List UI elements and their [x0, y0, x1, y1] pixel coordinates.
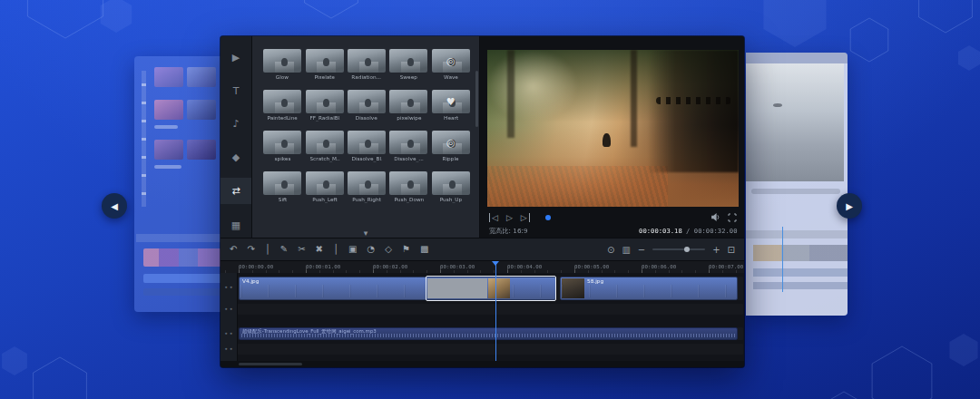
transition-label: Push_Right — [352, 197, 381, 202]
transition[interactable]: Dissolve — [346, 90, 387, 123]
toolbar-button-separator[interactable]: │ — [333, 244, 338, 255]
clip-filename-label: V4.jpg — [242, 278, 259, 284]
transition[interactable]: Radiation... — [346, 49, 387, 83]
transition[interactable]: Sift — [261, 171, 303, 205]
transition-effect-mark — [389, 171, 427, 195]
side-tab-media[interactable]: ▶ — [223, 45, 249, 71]
scroll-down-icon[interactable]: ▾ — [364, 229, 368, 238]
transition-label: Push_Up — [440, 197, 462, 202]
toolbar-button-mosaic[interactable]: ▩ — [420, 244, 428, 255]
zoom-slider-knob[interactable] — [684, 247, 690, 252]
transition-label: Radiation... — [352, 74, 382, 80]
toolbar-button-separator[interactable]: │ — [265, 244, 270, 255]
volume-icon[interactable] — [710, 212, 720, 222]
transition[interactable]: Glow — [261, 49, 303, 83]
zoom-out-button[interactable]: − — [638, 245, 645, 255]
side-tab-text[interactable]: T — [223, 79, 249, 104]
transition-label: Pixelate — [314, 74, 335, 80]
toolbar-button-split[interactable]: ✂ — [298, 244, 305, 255]
timeline-playhead[interactable] — [495, 261, 496, 361]
transition-label: PaintedLines — [268, 115, 298, 121]
next-frame-button[interactable]: ▷ — [521, 213, 530, 222]
transition[interactable]: PaintedLines — [261, 90, 303, 123]
video-scene-tree-trunk — [631, 50, 637, 147]
video-preview[interactable] — [487, 50, 739, 207]
transition[interactable]: Pixelate — [303, 49, 345, 83]
transitions-grid: Glow Pixelate — [252, 36, 479, 205]
left-slide-thumbnail — [187, 100, 216, 120]
transition[interactable]: Push_Up — [430, 171, 472, 205]
toolbar-button-speed[interactable]: ◔ — [367, 244, 375, 255]
left-slide-icon-rail — [138, 65, 150, 212]
timeline-toolbar-right: ⊙ ▥ − + ⊡ — [607, 245, 735, 255]
transition[interactable]: FF_RadialBl... — [303, 90, 345, 123]
transition[interactable]: ♥ Heart — [430, 90, 472, 123]
transition-label: Dissolve_... — [394, 156, 423, 161]
toolbar-button-undo[interactable]: ↶ — [230, 244, 237, 255]
transition[interactable]: spikes — [261, 131, 303, 164]
side-tab-effects[interactable]: ◆ — [223, 145, 249, 170]
transition-label: Ripple — [443, 156, 459, 161]
transition-effect-mark — [263, 171, 301, 195]
render-preview-icon: ▥ — [622, 245, 630, 255]
transition[interactable]: Scratch_M... — [303, 131, 345, 164]
toolbar-button-marker[interactable]: ⚑ — [402, 244, 410, 255]
timeline-horizontal-scrollbar[interactable] — [239, 363, 302, 365]
timeline-ruler[interactable]: 00:00:00.00 00:00:01.00 00:00:02.00 00:0… — [220, 261, 744, 273]
transition[interactable]: ◎ Ripple — [430, 131, 472, 164]
snap-icon: ⊙ — [607, 245, 614, 255]
text-track-header[interactable]: ∙∙ — [220, 306, 238, 313]
carousel-prev-button[interactable]: ◀ — [102, 193, 127, 219]
panel-scrollbar[interactable] — [475, 71, 478, 127]
aspect-ratio-label[interactable]: 宽高比: 16:9 — [489, 226, 527, 235]
transition[interactable]: Push_Left — [303, 171, 345, 205]
toolbar-button-delete[interactable]: ✖ — [316, 244, 323, 255]
transition[interactable]: ◎ Wave — [430, 49, 472, 83]
video-clip-2[interactable]: 58.jpg — [560, 277, 738, 300]
zoom-fit-button[interactable]: ⊡ — [728, 245, 735, 255]
transition[interactable]: Dissolve_... — [387, 131, 429, 164]
transition[interactable]: Push_Right — [346, 171, 387, 205]
transition[interactable]: Sweep — [387, 49, 429, 83]
transition-label: Scratch_M... — [309, 156, 339, 161]
render-preview-button[interactable]: ▥ — [622, 245, 630, 255]
timeline-zoom-slider[interactable] — [652, 248, 705, 250]
side-tab-audio[interactable]: ♪ — [223, 112, 249, 137]
zoom-in-button[interactable]: + — [712, 245, 720, 255]
toolbar-button-keyframe[interactable]: ◇ — [385, 244, 392, 255]
toolbar-icon: │ — [333, 244, 338, 254]
extra-track[interactable] — [238, 344, 743, 355]
side-tab-transitions[interactable]: ⇄ — [220, 178, 251, 204]
transitions-panel: Glow Pixelate — [251, 36, 480, 238]
fullscreen-icon[interactable] — [728, 213, 737, 222]
toolbar-button-crop[interactable]: ▣ — [348, 244, 357, 255]
playback-indicator-dot[interactable] — [545, 215, 551, 220]
play-button[interactable]: ▷ — [506, 213, 513, 222]
snap-button[interactable]: ⊙ — [607, 245, 614, 255]
audio-waveform — [241, 334, 735, 337]
carousel-next-button[interactable]: ▶ — [837, 193, 862, 219]
transition-effect-mark — [306, 131, 344, 154]
side-tab-elements[interactable]: ▦ — [223, 212, 249, 238]
transition-effect-mark — [389, 131, 427, 154]
transition-effect-mark — [263, 131, 301, 154]
toolbar-button-redo[interactable]: ↷ — [247, 244, 254, 255]
audio-clip[interactable]: 超级配乐-TranscendingLove_Full_爱给网_aigei_com… — [239, 327, 738, 340]
timeline-toolbar: ↶ ↷ │ ✎ ✂ ✖ │ ▣ ◔ ◇ — [220, 238, 744, 261]
audio-track-header[interactable]: ∙∙ — [220, 330, 238, 337]
transition[interactable]: Push_Down — [387, 171, 429, 205]
extra-track-header[interactable]: ∙∙ — [220, 345, 238, 353]
time-separator: / — [681, 228, 693, 235]
video-track-header[interactable]: ∙∙ — [220, 284, 238, 291]
transition[interactable]: pixelwipe — [387, 90, 429, 123]
toolbar-button-edit[interactable]: ✎ — [280, 244, 288, 255]
ruler-timestamp: 00:00:04.00 — [507, 263, 555, 271]
transition-thumbnail — [389, 49, 427, 73]
transition-thumbnail — [389, 90, 427, 113]
transition[interactable]: Dissolve_Bl... — [346, 131, 387, 164]
previous-frame-button[interactable]: ◁ — [489, 213, 498, 222]
text-track[interactable] — [238, 304, 743, 315]
toolbar-icon: ✖ — [316, 244, 323, 254]
video-scene-leaves — [487, 166, 668, 207]
side-tab-icon: ⇄ — [231, 185, 240, 197]
